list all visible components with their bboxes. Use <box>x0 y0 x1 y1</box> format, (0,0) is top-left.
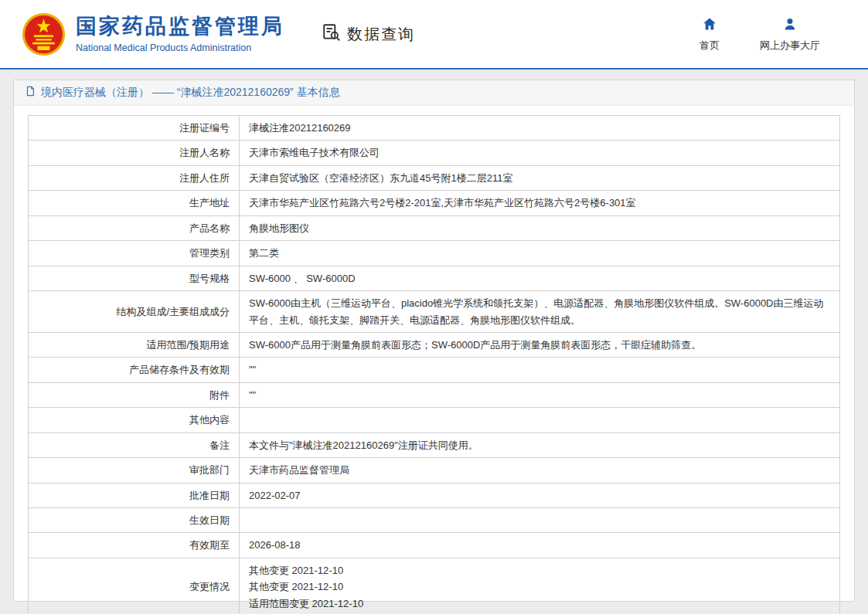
field-value: SW-6000由主机（三维运动平台、placido锥光学系统和颌托支架）、电源适… <box>240 291 840 333</box>
nav-home[interactable]: 首页 <box>700 16 720 53</box>
field-label: 有效期至 <box>29 533 240 558</box>
field-label: 产品储存条件及有效期 <box>29 358 240 382</box>
field-value: SW-6000产品用于测量角膜前表面形态；SW-6000D产品用于测量角膜前表面… <box>240 332 840 357</box>
field-label: 附件 <box>29 382 240 407</box>
site-header: 国家药品监督管理局 National Medical Products Admi… <box>0 0 868 70</box>
field-label: 生效日期 <box>29 508 240 533</box>
page: 国家药品监督管理局 National Medical Products Admi… <box>0 0 868 614</box>
table-row: 有效期至 2026-08-18 <box>29 533 840 558</box>
table-row: 其他内容 <box>29 408 840 433</box>
field-label: 结构及组成/主要组成成分 <box>29 291 240 333</box>
home-icon <box>702 16 717 35</box>
field-value: 其他变更 2021-12-10 其他变更 2021-12-10 适用范围变更 2… <box>240 558 840 614</box>
field-value: 天津市华苑产业区竹苑路六号2号楼2-201室,天津市华苑产业区竹苑路六号2号楼6… <box>240 191 840 215</box>
org-title: 国家药品监督管理局 <box>76 15 284 39</box>
field-label: 变更情况 <box>29 558 240 614</box>
field-label: 批准日期 <box>29 483 240 507</box>
table-row: 管理类别 第二类 <box>29 241 840 266</box>
breadcrumb-text: 境内医疗器械（注册） —— “津械注准20212160269” 基本信息 <box>41 86 340 100</box>
field-label: 备注 <box>29 433 240 457</box>
table-row: 审批部门 天津市药品监督管理局 <box>29 458 840 483</box>
table-row: 产品名称 角膜地形图仪 <box>29 215 840 240</box>
field-label: 注册证编号 <box>29 116 240 141</box>
field-value <box>240 508 840 533</box>
field-label: 其他内容 <box>29 408 240 433</box>
table-row: 批准日期 2022-02-07 <box>29 483 840 507</box>
table-row: 注册证编号 津械注准20212160269 <box>29 116 840 141</box>
field-value: 角膜地形图仪 <box>240 215 840 240</box>
field-label: 生产地址 <box>29 191 240 215</box>
table-row: 附件 "" <box>29 382 840 407</box>
registration-info-table: 注册证编号 津械注准20212160269 注册人名称 天津市索维电子技术有限公… <box>28 115 840 614</box>
table-row: 注册人住所 天津自贸试验区（空港经济区）东九道45号附1楼二层211室 <box>29 165 840 190</box>
breadcrumb: 境内医疗器械（注册） —— “津械注准20212160269” 基本信息 <box>14 80 854 106</box>
table-row: 结构及组成/主要组成成分 SW-6000由主机（三维运动平台、placido锥光… <box>29 291 840 333</box>
field-value: 2026-08-18 <box>240 533 840 558</box>
field-value: 本文件与"津械注准20212160269"注册证共同使用。 <box>240 433 840 457</box>
data-query-label: 数据查询 <box>347 24 415 45</box>
field-value: "" <box>240 358 840 382</box>
field-value: 天津市索维电子技术有限公司 <box>240 141 840 165</box>
field-value: 第二类 <box>240 241 840 266</box>
table-row: 生产地址 天津市华苑产业区竹苑路六号2号楼2-201室,天津市华苑产业区竹苑路六… <box>29 191 840 215</box>
field-label: 产品名称 <box>29 215 240 240</box>
header-nav: 首页 网上办事大厅 <box>700 16 820 53</box>
document-icon <box>25 86 36 100</box>
field-value: 天津自贸试验区（空港经济区）东九道45号附1楼二层211室 <box>240 165 840 190</box>
detail-panel: 境内医疗器械（注册） —— “津械注准20212160269” 基本信息 注册证… <box>13 80 855 602</box>
field-label: 审批部门 <box>29 458 240 483</box>
field-label: 适用范围/预期用途 <box>29 332 240 357</box>
field-label: 注册人名称 <box>29 141 240 165</box>
table-row: 生效日期 <box>29 508 840 533</box>
nav-service-hall[interactable]: 网上办事大厅 <box>760 16 820 53</box>
table-row: 适用范围/预期用途 SW-6000产品用于测量角膜前表面形态；SW-6000D产… <box>29 332 840 357</box>
field-value: 天津市药品监督管理局 <box>240 458 840 483</box>
field-value: SW-6000 、 SW-6000D <box>240 266 840 290</box>
table-row: 备注 本文件与"津械注准20212160269"注册证共同使用。 <box>29 433 840 457</box>
table-row: 注册人名称 天津市索维电子技术有限公司 <box>29 141 840 165</box>
field-value <box>240 408 840 433</box>
table-row: 型号规格 SW-6000 、 SW-6000D <box>29 266 840 290</box>
brand: 国家药品监督管理局 National Medical Products Admi… <box>22 12 284 56</box>
field-value: 2022-02-07 <box>240 483 840 507</box>
field-value: "" <box>240 382 840 407</box>
brand-text: 国家药品监督管理局 National Medical Products Admi… <box>76 15 284 53</box>
field-value: 津械注准20212160269 <box>240 116 840 141</box>
person-icon <box>782 16 798 35</box>
main-content: 境内医疗器械（注册） —— “津械注准20212160269” 基本信息 注册证… <box>0 70 868 602</box>
data-query-icon <box>322 22 342 46</box>
field-label: 型号规格 <box>29 266 240 290</box>
data-query-menu[interactable]: 数据查询 <box>322 22 415 46</box>
national-emblem-logo <box>22 12 66 56</box>
table-row: 产品储存条件及有效期 "" <box>29 358 840 382</box>
nav-service-hall-label: 网上办事大厅 <box>760 39 820 53</box>
field-label: 管理类别 <box>29 241 240 266</box>
field-label: 注册人住所 <box>29 165 240 190</box>
nav-home-label: 首页 <box>700 39 720 53</box>
org-subtitle: National Medical Products Administration <box>76 42 284 53</box>
table-row: 变更情况 其他变更 2021-12-10 其他变更 2021-12-10 适用范… <box>29 558 840 614</box>
